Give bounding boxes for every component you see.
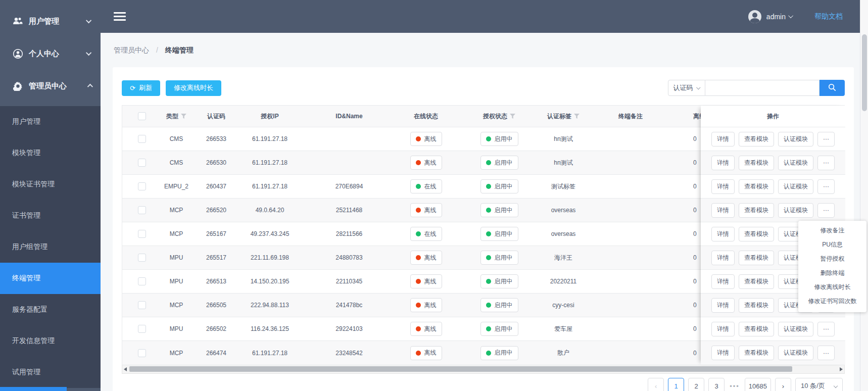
row-checkbox[interactable] bbox=[138, 230, 146, 238]
column-header-auth-status[interactable]: 授权状态 bbox=[452, 106, 547, 127]
auth-modules-button[interactable]: 认证模块 bbox=[778, 179, 813, 194]
more-actions-button[interactable]: ··· bbox=[817, 179, 835, 194]
search-field-select[interactable]: 认证码 bbox=[668, 80, 705, 96]
view-modules-button[interactable]: 查看模块 bbox=[739, 156, 774, 170]
breadcrumb-parent[interactable]: 管理员中心 bbox=[114, 46, 149, 54]
more-actions-button[interactable]: ··· bbox=[817, 132, 835, 146]
row-checkbox[interactable] bbox=[138, 277, 146, 285]
context-menu-item[interactable]: 暂停授权 bbox=[798, 252, 866, 266]
tag-value: overseas bbox=[551, 230, 576, 237]
context-menu-item[interactable]: 修改证书写回次数 bbox=[798, 294, 866, 308]
row-checkbox[interactable] bbox=[138, 159, 146, 167]
more-actions-button[interactable]: ··· bbox=[817, 322, 835, 336]
pagination-label: › bbox=[782, 382, 784, 390]
avatar[interactable] bbox=[748, 10, 761, 23]
scroll-right-arrow-icon[interactable] bbox=[840, 367, 843, 371]
id-name-value: 241478bc bbox=[336, 302, 363, 309]
pagination-page-10685[interactable]: 10685 bbox=[745, 378, 771, 391]
column-header-type[interactable]: 类型 bbox=[162, 106, 191, 127]
detail-button[interactable]: 详情 bbox=[711, 274, 735, 289]
type-value: MPU bbox=[170, 254, 183, 261]
pagination-page-1[interactable]: 1 bbox=[668, 378, 684, 391]
refresh-button[interactable]: ⟳ 刷新 bbox=[122, 80, 160, 96]
auth-modules-button[interactable]: 认证模块 bbox=[778, 203, 813, 218]
more-actions-button[interactable]: ··· bbox=[817, 203, 835, 218]
pagination-prev-button[interactable]: ‹ bbox=[648, 378, 664, 391]
auth-modules-button[interactable]: 认证模块 bbox=[778, 346, 813, 360]
vertical-scrollbar[interactable] bbox=[860, 0, 868, 391]
detail-button[interactable]: 详情 bbox=[711, 203, 735, 218]
column-header-auth-tag[interactable]: 认证标签 bbox=[547, 106, 580, 127]
detail-button[interactable]: 详情 bbox=[711, 298, 735, 313]
row-checkbox[interactable] bbox=[138, 325, 146, 333]
horizontal-scrollbar-thumb[interactable] bbox=[129, 366, 792, 372]
select-all-checkbox[interactable] bbox=[138, 112, 146, 120]
view-modules-button[interactable]: 查看模块 bbox=[739, 203, 774, 218]
help-doc-link[interactable]: 帮助文档 bbox=[814, 12, 843, 21]
row-checkbox[interactable] bbox=[138, 206, 146, 214]
sidebar-subitem[interactable]: 模块证书管理 bbox=[0, 169, 101, 200]
row-checkbox[interactable] bbox=[138, 135, 146, 143]
view-modules-button[interactable]: 查看模块 bbox=[739, 251, 774, 265]
row-select-cell bbox=[122, 127, 162, 151]
auth-modules-button[interactable]: 认证模块 bbox=[778, 132, 813, 146]
sidebar-subitem[interactable]: 用户组管理 bbox=[0, 231, 101, 263]
pagination-next-button[interactable]: › bbox=[775, 378, 791, 391]
status-dot-icon bbox=[416, 231, 421, 236]
context-menu-item[interactable]: 修改离线时长 bbox=[798, 280, 866, 294]
sidebar-subitem[interactable]: 开发信息管理 bbox=[0, 325, 101, 357]
pagination-page-2[interactable]: 2 bbox=[688, 378, 704, 391]
view-modules-button[interactable]: 查看模块 bbox=[739, 298, 774, 313]
detail-button[interactable]: 详情 bbox=[711, 156, 735, 170]
pagination-page-3[interactable]: 3 bbox=[708, 378, 725, 391]
more-actions-button[interactable]: ··· bbox=[817, 156, 835, 170]
pagination-ellipsis[interactable]: ••• bbox=[729, 382, 741, 390]
search-button[interactable] bbox=[819, 80, 845, 96]
sidebar-subitem[interactable]: 模块管理 bbox=[0, 137, 101, 169]
row-checkbox[interactable] bbox=[138, 301, 146, 309]
auth-status-badge: 启用中 bbox=[480, 346, 518, 360]
sidebar-item-personal-center[interactable]: 个人中心 bbox=[0, 37, 101, 70]
sidebar-item-user-management[interactable]: 用户管理 bbox=[0, 5, 101, 37]
detail-button[interactable]: 详情 bbox=[711, 251, 735, 265]
page-size-select[interactable]: 10 条/页 bbox=[795, 378, 843, 391]
sidebar: 用户管理 个人中心 管理员中心 用户管理模块管理模块证书管理证书管理用户组管理终… bbox=[0, 0, 101, 391]
sidebar-subitem[interactable]: 试用管理 bbox=[0, 357, 101, 388]
more-actions-button[interactable]: ··· bbox=[817, 346, 835, 360]
row-checkbox[interactable] bbox=[138, 254, 146, 262]
view-modules-button[interactable]: 查看模块 bbox=[739, 346, 774, 360]
sidebar-item-admin-center[interactable]: 管理员中心 bbox=[0, 70, 101, 102]
auth-modules-button[interactable]: 认证模块 bbox=[778, 322, 813, 336]
context-menu-item[interactable]: PU信息 bbox=[798, 237, 866, 252]
detail-button[interactable]: 详情 bbox=[711, 322, 735, 336]
row-checkbox[interactable] bbox=[138, 182, 146, 190]
sidebar-subitem[interactable]: 服务器配置 bbox=[0, 294, 101, 325]
auth-modules-button[interactable]: 认证模块 bbox=[778, 156, 813, 170]
view-modules-button[interactable]: 查看模块 bbox=[739, 227, 774, 241]
context-menu-item[interactable]: 删除终端 bbox=[798, 266, 866, 280]
detail-button[interactable]: 详情 bbox=[711, 346, 735, 360]
hamburger-menu-icon[interactable] bbox=[114, 10, 126, 23]
vertical-scrollbar-thumb[interactable] bbox=[862, 34, 867, 111]
detail-button[interactable]: 详情 bbox=[711, 179, 735, 194]
detail-button[interactable]: 详情 bbox=[711, 132, 735, 146]
person-icon bbox=[13, 48, 23, 59]
tag-value: hn测试 bbox=[554, 159, 572, 167]
row-checkbox[interactable] bbox=[138, 349, 146, 357]
user-menu[interactable]: admin bbox=[766, 13, 786, 21]
horizontal-scrollbar[interactable] bbox=[122, 365, 845, 374]
detail-button[interactable]: 详情 bbox=[711, 227, 735, 241]
scroll-left-arrow-icon[interactable] bbox=[124, 367, 127, 371]
view-modules-button[interactable]: 查看模块 bbox=[739, 274, 774, 289]
context-menu-item[interactable]: 修改备注 bbox=[798, 223, 866, 237]
search-input[interactable] bbox=[705, 80, 819, 96]
view-modules-button[interactable]: 查看模块 bbox=[739, 179, 774, 194]
view-modules-button[interactable]: 查看模块 bbox=[739, 322, 774, 336]
status-dot-icon bbox=[416, 208, 421, 213]
sidebar-subitem[interactable]: 用户管理 bbox=[0, 106, 101, 137]
view-modules-button[interactable]: 查看模块 bbox=[739, 132, 774, 146]
sidebar-subitem[interactable]: 终端管理 bbox=[0, 263, 101, 294]
sidebar-subitem[interactable]: 证书管理 bbox=[0, 200, 101, 231]
action-row: 详情查看模块认证模块··· bbox=[701, 151, 845, 175]
modify-offline-duration-button[interactable]: 修改离线时长 bbox=[166, 80, 221, 96]
